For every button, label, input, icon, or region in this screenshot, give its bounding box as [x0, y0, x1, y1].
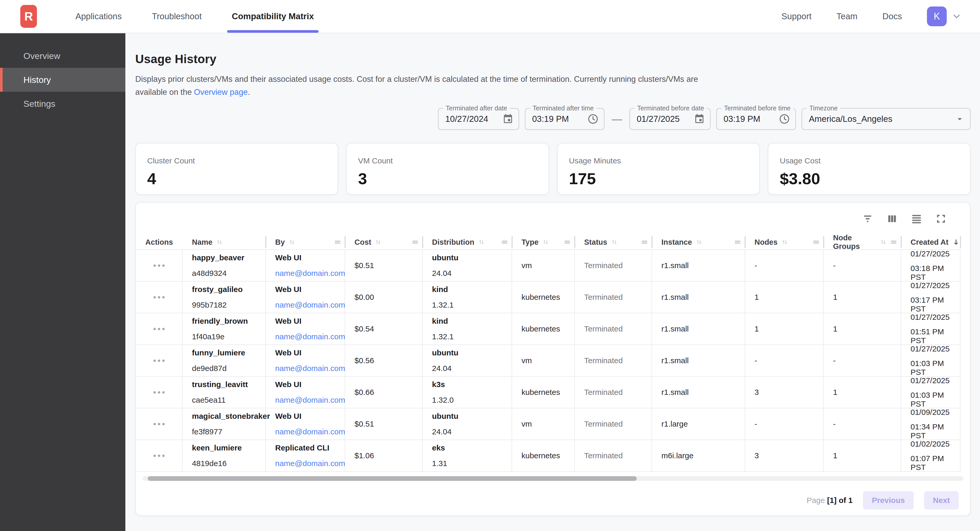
- tab-label: Applications: [75, 11, 122, 21]
- by-email-link[interactable]: name@domain.com: [275, 269, 345, 278]
- created-time: 03:17 PM PST: [910, 296, 960, 313]
- sidebar-item-settings[interactable]: Settings: [0, 92, 126, 116]
- actions-cell: [136, 377, 183, 408]
- status-cell: Terminated: [575, 440, 652, 471]
- more-actions-button[interactable]: [150, 388, 168, 397]
- timezone-select[interactable]: Timezone America/Los_Angeles: [802, 108, 970, 130]
- column-header-instance[interactable]: Instance: [652, 235, 745, 249]
- distribution-version: 24.04: [432, 364, 512, 373]
- column-menu-icon[interactable]: [813, 239, 819, 246]
- column-menu-icon[interactable]: [641, 239, 648, 246]
- column-menu-icon[interactable]: [412, 239, 418, 246]
- tab-applications[interactable]: Applications: [60, 0, 137, 33]
- more-actions-button[interactable]: [150, 419, 168, 429]
- status-value: Terminated: [584, 325, 652, 333]
- terminated-after-date-field[interactable]: Terminated after date: [438, 108, 519, 130]
- column-header-cost[interactable]: Cost: [345, 235, 423, 249]
- column-header-node-groups[interactable]: Node Groups: [824, 235, 901, 249]
- column-menu-icon[interactable]: [734, 239, 741, 246]
- by-source: Web UI: [275, 253, 345, 262]
- cost-cell: $0.54: [345, 313, 423, 344]
- by-email-link[interactable]: name@domain.com: [275, 396, 345, 404]
- node-groups-value: -: [833, 420, 900, 428]
- by-email-link[interactable]: name@domain.com: [275, 459, 345, 468]
- nodes-value: -: [754, 420, 823, 428]
- by-email-link[interactable]: name@domain.com: [275, 364, 345, 373]
- fullscreen-icon[interactable]: [933, 211, 949, 227]
- avatar-initial: K: [934, 11, 940, 22]
- terminated-before-date-field[interactable]: Terminated before date: [629, 108, 711, 130]
- field-label: Terminated before time: [721, 105, 793, 112]
- scrollbar-thumb[interactable]: [148, 476, 637, 481]
- cost-value: $0.51: [355, 261, 422, 270]
- sort-icon: [216, 238, 223, 246]
- column-header-name[interactable]: Name: [183, 235, 266, 249]
- terminated-after-date-input[interactable]: [445, 114, 494, 124]
- column-label: Node Groups: [833, 233, 876, 251]
- terminated-before-time-input[interactable]: [724, 114, 762, 124]
- next-page-button[interactable]: Next: [924, 491, 959, 509]
- field-label: Terminated after date: [443, 105, 510, 112]
- terminated-after-time-input[interactable]: [532, 114, 571, 124]
- column-header-type[interactable]: Type: [512, 235, 575, 249]
- terminated-before-date-input[interactable]: [637, 114, 685, 124]
- table-row: happy_beavera48d9324 Web UIname@domain.c…: [136, 250, 961, 282]
- replicated-logo[interactable]: R: [20, 5, 37, 28]
- overview-page-link[interactable]: Overview page: [194, 87, 248, 97]
- density-icon[interactable]: [908, 211, 925, 227]
- column-header-by[interactable]: By: [266, 235, 345, 249]
- instance-value: r1.small: [662, 261, 745, 270]
- distribution-name: k3s: [432, 380, 512, 389]
- columns-icon[interactable]: [884, 211, 900, 227]
- tab-compatibility-matrix[interactable]: Compatibility Matrix: [216, 0, 329, 33]
- more-actions-button[interactable]: [150, 324, 168, 334]
- calendar-icon[interactable]: [503, 114, 514, 124]
- more-actions-button[interactable]: [150, 356, 168, 366]
- column-header-nodes[interactable]: Nodes: [745, 235, 824, 249]
- column-menu-icon[interactable]: [501, 239, 508, 246]
- by-email-link[interactable]: name@domain.com: [275, 427, 345, 436]
- account-menu-button[interactable]: K: [927, 6, 962, 26]
- type-cell: kubernetes: [512, 313, 575, 344]
- more-actions-button[interactable]: [150, 293, 168, 302]
- terminated-after-time-field[interactable]: Terminated after time: [525, 108, 605, 130]
- filter-icon[interactable]: [859, 211, 876, 227]
- instance-cell: r1.small: [652, 282, 745, 313]
- type-value: vm: [522, 356, 574, 365]
- sidebar-item-label: Overview: [24, 51, 60, 61]
- previous-page-button[interactable]: Previous: [863, 491, 914, 509]
- calendar-icon[interactable]: [694, 114, 705, 124]
- by-email-link[interactable]: name@domain.com: [275, 301, 345, 309]
- sidebar-item-history[interactable]: History: [0, 68, 126, 92]
- column-header-actions: Actions: [136, 235, 183, 249]
- distribution-version: 1.31: [432, 459, 512, 468]
- column-menu-icon[interactable]: [890, 239, 897, 246]
- by-email-link[interactable]: name@domain.com: [275, 332, 345, 341]
- nav-link-support[interactable]: Support: [781, 11, 812, 21]
- top-nav: R Applications Troubleshoot Compatibilit…: [0, 0, 980, 33]
- column-header-status[interactable]: Status: [575, 235, 652, 249]
- sidebar-item-overview[interactable]: Overview: [0, 44, 126, 68]
- terminated-before-time-field[interactable]: Terminated before time: [716, 108, 796, 130]
- more-actions-button[interactable]: [150, 451, 168, 461]
- created-at-cell: 01/27/202501:03 PM PST: [901, 345, 961, 376]
- cluster-name: happy_beaver: [192, 253, 265, 262]
- column-menu-icon[interactable]: [334, 239, 341, 246]
- nav-link-team[interactable]: Team: [837, 11, 858, 21]
- tab-troubleshoot[interactable]: Troubleshoot: [137, 0, 216, 33]
- more-actions-button[interactable]: [150, 261, 168, 270]
- column-header-distribution[interactable]: Distribution: [423, 235, 512, 249]
- nav-link-docs[interactable]: Docs: [883, 11, 902, 21]
- column-header-created-at[interactable]: Created At: [901, 235, 961, 249]
- cluster-id: 1f40a19e: [192, 332, 265, 341]
- column-menu-icon[interactable]: [564, 239, 571, 246]
- stat-card-usage-minutes: Usage Minutes 175: [557, 143, 760, 195]
- node-groups-value: -: [833, 261, 900, 270]
- scrollbar-track[interactable]: [143, 476, 963, 481]
- node-groups-value: 1: [833, 388, 900, 397]
- avatar: K: [927, 6, 947, 26]
- clock-icon[interactable]: [587, 113, 599, 125]
- distribution-version: 1.32.0: [432, 396, 512, 404]
- clock-icon[interactable]: [779, 113, 790, 125]
- distribution-version: 24.04: [432, 427, 512, 436]
